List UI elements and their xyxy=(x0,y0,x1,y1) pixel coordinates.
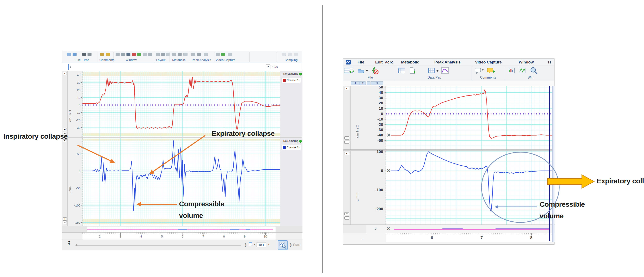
ribbon-group-file[interactable]: File xyxy=(76,58,81,62)
ribbon-group-comments[interactable]: Comments xyxy=(100,58,114,62)
scale-plus-button[interactable]: + xyxy=(63,128,67,131)
flow-plot-right[interactable]: ✕ xyxy=(386,151,552,224)
channel-1-selector[interactable]: Channel 1 ▼ xyxy=(282,78,301,83)
toolbar-icon[interactable] xyxy=(178,53,182,56)
trace-start-marker-icon[interactable]: ✕ xyxy=(386,226,390,232)
comment-icon[interactable] xyxy=(474,66,484,76)
toolbar-icon[interactable] xyxy=(197,53,201,56)
toolbar-icon[interactable] xyxy=(106,53,110,56)
channel-menu-button[interactable]: ▾ xyxy=(344,87,349,90)
toolbar-icon[interactable] xyxy=(121,53,125,56)
toolbar-icon[interactable] xyxy=(216,53,220,56)
data-overview-strip[interactable] xyxy=(87,226,276,232)
add-to-datapad-icon[interactable] xyxy=(344,66,352,76)
toolbar-icon[interactable] xyxy=(166,53,170,56)
toolbar-icon[interactable] xyxy=(148,53,152,56)
toolbar-icon[interactable] xyxy=(172,53,176,56)
ribbon-group-video-capture[interactable]: Video Capture xyxy=(216,58,236,62)
toolbar-icon[interactable] xyxy=(82,53,86,56)
menu-item-window[interactable]: Window xyxy=(519,60,534,64)
menu-item-file[interactable]: File xyxy=(358,60,364,64)
time-cursor[interactable] xyxy=(68,64,69,70)
menu-item-video capture[interactable]: Video Capture xyxy=(475,60,502,64)
scale-minus-button[interactable]: − xyxy=(344,140,350,144)
y-tick-mark xyxy=(81,188,82,188)
block-tab[interactable] xyxy=(367,82,370,85)
toolbar-icon[interactable] xyxy=(126,53,130,56)
toolbar-icon[interactable] xyxy=(288,53,292,56)
scope-view-icon[interactable] xyxy=(518,66,528,76)
datapad-options-icon[interactable] xyxy=(428,66,439,76)
y-tick-mark xyxy=(384,87,386,88)
scale-minus-button[interactable]: − xyxy=(63,221,67,224)
sampling-status[interactable]: ▾No Sampling xyxy=(282,72,302,76)
menu-item-edit[interactable]: Edit xyxy=(375,60,383,64)
ribbon-group-window[interactable]: Window xyxy=(126,58,136,62)
start-button[interactable]: Start xyxy=(293,243,300,247)
toolbar-icon[interactable] xyxy=(221,53,225,56)
block-tab[interactable]: 3 xyxy=(371,82,383,85)
channel-menu-button[interactable]: ▾ xyxy=(63,72,67,75)
toolbar-icon[interactable] xyxy=(143,53,147,56)
toolbar-group-file: File xyxy=(368,76,373,80)
scale-plus-button[interactable]: + xyxy=(344,212,350,216)
scroll-right-icon[interactable]: ❯ xyxy=(244,243,247,247)
toolbar-icon[interactable] xyxy=(282,53,286,56)
compression-up-icon[interactable]: ▲ xyxy=(254,243,256,246)
toolbar-icon[interactable] xyxy=(204,53,208,56)
view-page-icon[interactable] xyxy=(249,242,252,246)
curve-analysis-icon[interactable] xyxy=(440,66,450,76)
toolbar-icon[interactable] xyxy=(67,53,71,56)
menu-item-metabolic[interactable]: Metabolic xyxy=(401,60,419,64)
toolbar-icon[interactable] xyxy=(132,53,136,56)
trace-left_pressure xyxy=(82,77,280,130)
marker-strip[interactable] xyxy=(394,225,550,233)
ribbon-group-layout[interactable]: Layout xyxy=(156,58,166,62)
toolbar-icon[interactable] xyxy=(137,53,141,56)
ribbon-group-sampling[interactable]: Sampling xyxy=(285,58,298,62)
sampling-status[interactable]: ▾No Sampling xyxy=(282,140,302,144)
datapad-table-icon[interactable] xyxy=(398,66,407,76)
toolbar-icon[interactable] xyxy=(228,53,232,56)
zoom-window-icon[interactable] xyxy=(530,66,538,76)
macro-disabled-icon[interactable] xyxy=(370,66,379,76)
ribbon-group-peak-analysis[interactable]: Peak Analysis xyxy=(192,58,211,62)
y-tick-label: 0 xyxy=(79,169,80,172)
toolbar-icon[interactable] xyxy=(100,53,104,56)
group-separator xyxy=(154,52,154,62)
block-tab[interactable]: 1 xyxy=(351,82,360,85)
ribbon-group-metabolic[interactable]: Metabolic xyxy=(172,58,186,62)
scale-plus-button[interactable]: + xyxy=(344,136,350,140)
toolbar-icon[interactable] xyxy=(116,53,120,56)
panel-splitter[interactable] xyxy=(344,150,554,151)
open-file-icon[interactable] xyxy=(357,66,368,76)
toolbar-icon[interactable] xyxy=(72,53,77,56)
zoom-view-button[interactable] xyxy=(278,240,288,250)
toolbar-icon[interactable] xyxy=(156,53,160,56)
toolbar-icon[interactable] xyxy=(294,53,298,56)
pressure-plot-right[interactable]: ✕ xyxy=(386,86,552,150)
add-page-icon[interactable] xyxy=(408,66,417,76)
chart-view-icon[interactable] xyxy=(507,66,516,76)
toolbar-icon[interactable] xyxy=(191,53,195,56)
toolbar-icon[interactable] xyxy=(184,53,188,56)
pressure-plot-left[interactable] xyxy=(82,71,280,137)
out-of-range-band xyxy=(82,72,280,76)
channel-2-selector[interactable]: Channel 2 ▼ xyxy=(282,145,301,150)
horizontal-scrollbar[interactable] xyxy=(76,245,241,246)
menu-item-peak analysis[interactable]: Peak Analysis xyxy=(434,60,460,64)
scale-minus-button[interactable]: − xyxy=(344,216,350,220)
channel-menu-button[interactable]: ▾ xyxy=(344,152,349,155)
toolbar-icon[interactable] xyxy=(161,53,165,56)
toolbar-icon[interactable] xyxy=(88,53,92,56)
compression-down-icon[interactable]: ▲ xyxy=(268,243,270,246)
ribbon-group-pad[interactable]: Pad xyxy=(84,58,90,62)
scale-plus-button[interactable]: + xyxy=(63,218,67,220)
scroll-anchor-icon[interactable]: ▼▼ xyxy=(68,240,71,245)
sampling-rate-dropdown[interactable]: ▾ xyxy=(266,64,270,69)
block-tab[interactable]: 2 xyxy=(360,82,366,85)
menu-item-acro[interactable]: acro xyxy=(385,60,394,64)
add-comment-icon[interactable] xyxy=(486,66,496,76)
menu-item-h[interactable]: H xyxy=(548,60,551,64)
scroll-left-icon[interactable]: ‹ xyxy=(76,243,77,247)
